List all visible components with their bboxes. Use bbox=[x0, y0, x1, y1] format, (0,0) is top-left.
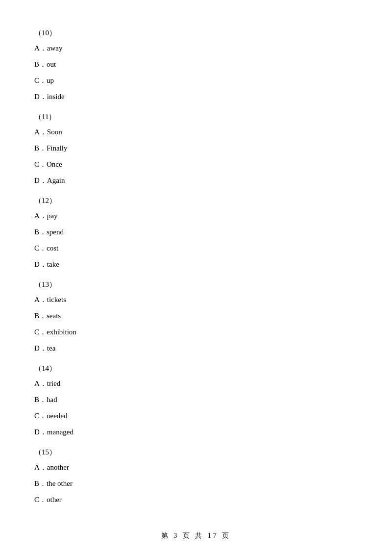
question-10-option-a: A．away bbox=[34, 42, 358, 55]
question-15-number: （15） bbox=[34, 448, 358, 457]
question-11-number: （11） bbox=[34, 112, 358, 122]
question-13-option-a: A．tickets bbox=[34, 293, 358, 306]
question-14-option-b: B．had bbox=[34, 393, 358, 406]
question-11-option-d: D．Again bbox=[34, 174, 358, 187]
question-15-option-a: A．another bbox=[34, 461, 358, 474]
question-12-option-c: C．cost bbox=[34, 242, 358, 255]
question-12-number: （12） bbox=[34, 196, 358, 205]
question-15-option-c: C．other bbox=[34, 493, 358, 506]
question-10-number: （10） bbox=[34, 28, 358, 38]
question-12-option-d: D．take bbox=[34, 258, 358, 271]
question-13-option-c: C．exhibition bbox=[34, 326, 358, 339]
question-14-number: （14） bbox=[34, 364, 358, 373]
question-15-option-b: B．the other bbox=[34, 477, 358, 490]
question-13-option-d: D．tea bbox=[34, 342, 358, 355]
question-12-option-b: B．spend bbox=[34, 226, 358, 239]
question-10-option-c: C．up bbox=[34, 74, 358, 87]
question-10-option-b: B．out bbox=[34, 58, 358, 71]
footer-text: 第 3 页 共 17 页 bbox=[161, 532, 231, 539]
question-13-option-b: B．seats bbox=[34, 309, 358, 323]
question-10-option-d: D．inside bbox=[34, 90, 358, 103]
question-14-option-d: D．managed bbox=[34, 426, 358, 439]
question-11-option-c: C．Once bbox=[34, 158, 358, 171]
page-footer: 第 3 页 共 17 页 bbox=[0, 531, 392, 540]
question-14-option-a: A．tried bbox=[34, 377, 358, 390]
question-13-number: （13） bbox=[34, 280, 358, 289]
page-content: （10） A．away B．out C．up D．inside （11） A．S… bbox=[0, 0, 392, 539]
question-11-option-b: B．Finally bbox=[34, 142, 358, 155]
question-11-option-a: A．Soon bbox=[34, 126, 358, 139]
question-14-option-c: C．needed bbox=[34, 409, 358, 423]
question-12-option-a: A．pay bbox=[34, 209, 358, 223]
